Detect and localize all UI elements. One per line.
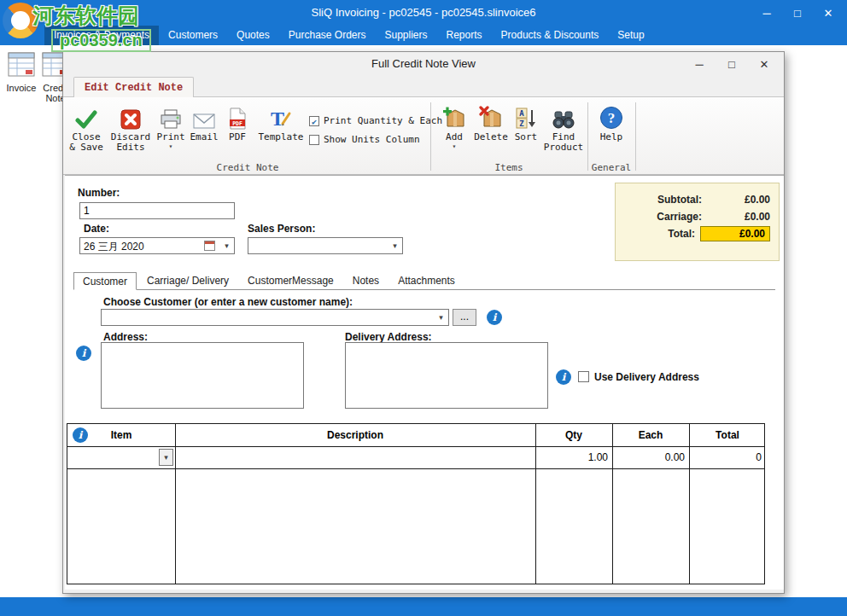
address-info-icon[interactable]: i: [76, 346, 91, 361]
ribbon-group-label-credit-note: Credit Note: [67, 162, 429, 173]
total-cell[interactable]: 0: [689, 447, 766, 468]
tab-attachments[interactable]: Attachments: [389, 272, 464, 289]
tab-customer-message[interactable]: CustomerMessage: [239, 272, 342, 289]
dialog-window-controls: ─ □ ✕: [690, 55, 774, 73]
discard-edits-button[interactable]: Discard Edits: [109, 102, 152, 164]
menu-item-suppliers[interactable]: Suppliers: [375, 26, 436, 45]
ribbon-group-separator: [587, 102, 588, 171]
print-button[interactable]: Print ▾: [155, 102, 186, 164]
use-delivery-address-checkbox[interactable]: [578, 371, 589, 382]
description-cell[interactable]: [175, 447, 535, 468]
total-value: £0.00: [700, 226, 770, 241]
add-package-icon: [437, 102, 471, 130]
number-label: Number:: [78, 187, 120, 199]
customer-info-icon[interactable]: i: [487, 310, 502, 325]
menu-item-purchase-orders[interactable]: Purchase Orders: [279, 26, 376, 45]
delete-package-icon: [473, 102, 509, 130]
menu-item-setup[interactable]: Setup: [608, 26, 653, 45]
subtotal-row: Subtotal: £0.00: [616, 191, 770, 207]
watermark-text: 河东软件园: [32, 2, 139, 30]
toolbar-invoice-label: Invoice: [3, 83, 40, 93]
menu-item-customers[interactable]: Customers: [159, 26, 227, 45]
address-label: Address:: [103, 331, 148, 343]
date-label: Date:: [84, 223, 109, 235]
close-icon[interactable]: ✕: [813, 0, 844, 26]
ribbon-group-label-general: General: [587, 162, 635, 173]
tab-carriage-delivery[interactable]: Carriage/ Delivery: [138, 272, 237, 289]
maximize-icon[interactable]: □: [782, 0, 813, 26]
ribbon: Close & Save Discard Edits Print ▾ Email…: [63, 96, 784, 175]
choose-customer-label: Choose Customer (or enter a new customer…: [103, 296, 353, 308]
svg-text:Z: Z: [519, 119, 524, 128]
invoice-document-icon: [7, 66, 36, 80]
detail-tabstrip: Customer Carriage/ Delivery CustomerMess…: [73, 272, 775, 290]
checkbox-box[interactable]: ✔: [309, 116, 319, 126]
template-button[interactable]: T Template: [256, 102, 306, 164]
qty-cell[interactable]: 1.00: [535, 447, 612, 468]
column-header-description: Description: [175, 424, 535, 446]
close-save-label: Close & Save: [67, 132, 106, 153]
template-icon: T: [256, 102, 306, 130]
item-dropdown-button[interactable]: ▾: [159, 449, 173, 466]
carriage-value: £0.00: [702, 211, 770, 223]
minimize-icon[interactable]: ─: [751, 0, 782, 26]
template-label: Template: [256, 132, 306, 142]
delete-item-button[interactable]: Delete: [473, 102, 509, 164]
each-cell[interactable]: 0.00: [612, 447, 689, 468]
number-input[interactable]: [79, 202, 235, 219]
sort-items-button[interactable]: AZ Sort: [511, 102, 541, 164]
checkbox-label: Print Quantity & Each: [324, 115, 442, 126]
find-product-button[interactable]: Find Product: [543, 102, 584, 164]
menu-item-products-discounts[interactable]: Products & Discounts: [492, 26, 609, 45]
print-quantity-each-checkbox[interactable]: ✔ Print Quantity & Each: [309, 114, 449, 127]
menu-item-quotes[interactable]: Quotes: [227, 26, 279, 45]
sales-person-label: Sales Person:: [248, 223, 315, 235]
find-product-label: Find Product: [543, 132, 584, 153]
chevron-down-icon[interactable]: ▾: [434, 310, 448, 325]
ribbon-group-label-items: Items: [432, 162, 586, 173]
dialog-minimize-icon[interactable]: ─: [690, 55, 709, 73]
checkbox-box[interactable]: [309, 135, 319, 145]
delivery-info-icon[interactable]: i: [556, 369, 571, 385]
main-window-controls: ─ □ ✕: [751, 0, 844, 26]
email-label: Email: [188, 132, 220, 142]
total-label: Total:: [668, 228, 695, 240]
address-textarea[interactable]: [101, 342, 304, 409]
add-label: Add: [437, 132, 471, 142]
delete-label: Delete: [473, 132, 509, 142]
dialog-title: Full Credit Note View: [63, 52, 784, 76]
chevron-down-icon[interactable]: ▾: [388, 238, 402, 253]
show-units-column-checkbox[interactable]: Show Units Column: [309, 133, 449, 146]
calendar-icon: [204, 241, 215, 251]
help-button[interactable]: ? Help: [593, 102, 630, 164]
menu-item-reports[interactable]: Reports: [437, 26, 492, 45]
envelope-icon: [188, 102, 220, 130]
ribbon-print-options: ✔ Print Quantity & Each Show Units Colum…: [309, 114, 449, 152]
toolbar-invoice-button[interactable]: Invoice: [3, 52, 40, 93]
email-button[interactable]: Email: [188, 102, 220, 164]
chevron-down-icon[interactable]: ▾: [219, 238, 234, 253]
close-save-button[interactable]: Close & Save: [67, 102, 106, 164]
tab-notes[interactable]: Notes: [344, 272, 388, 289]
customer-select[interactable]: ▾: [101, 309, 449, 326]
pdf-file-icon: PDF: [222, 102, 253, 130]
help-question-icon: ?: [593, 102, 630, 130]
tab-customer[interactable]: Customer: [73, 272, 137, 290]
column-header-item: Item: [67, 424, 175, 446]
dialog-maximize-icon[interactable]: □: [722, 55, 741, 73]
add-item-button[interactable]: Add ▾: [437, 102, 471, 164]
browse-customer-button[interactable]: ...: [453, 309, 476, 326]
carriage-row: Carriage: £0.00: [616, 208, 770, 224]
pdf-button[interactable]: PDF PDF: [222, 102, 253, 164]
dialog-close-icon[interactable]: ✕: [755, 55, 774, 73]
discard-edits-label: Discard Edits: [109, 132, 152, 153]
ribbon-tab-edit-credit-note[interactable]: Edit Credit Note: [73, 77, 194, 97]
svg-text:A: A: [519, 109, 524, 118]
svg-text:PDF: PDF: [232, 120, 242, 127]
item-cell[interactable]: [67, 447, 159, 468]
date-picker[interactable]: 26 三月 2020 ▾: [79, 237, 235, 254]
delivery-address-textarea[interactable]: [345, 342, 548, 409]
sales-person-select[interactable]: ▾: [248, 237, 403, 254]
print-dropdown-chevron-icon: ▾: [155, 142, 186, 150]
checkbox-label: Show Units Column: [324, 134, 420, 145]
